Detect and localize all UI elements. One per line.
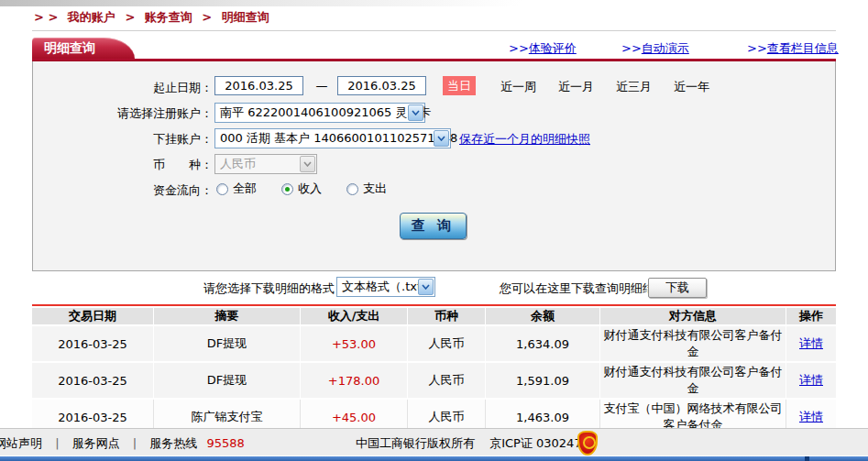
column-header-action: 操作 [786,308,836,326]
fund-flow-options: 全部 收入 支出 [216,181,387,197]
footer-links: 网站声明 | 服务网点 | 服务热线 95588 [0,435,245,452]
cell-balance: 1,591.09 [486,363,600,400]
flow-option-expense[interactable]: 支出 [346,181,387,197]
register-account-label: 请选择注册账户： [33,105,213,122]
table-top-divider [32,304,836,306]
dropdown-arrow-icon[interactable] [434,130,449,147]
sub-account-select[interactable]: 000 活期 基本户 1406600101102571848 [214,128,451,148]
link-prefix: >> [621,41,642,55]
flow-radio[interactable] [346,183,358,195]
query-button[interactable]: 查 询 [400,213,467,239]
cell-counterparty: 财付通支付科技有限公司客户备付金 [600,363,786,400]
hotline-number: 95588 [206,436,244,450]
transactions-table: 交易日期 摘要 收入/支出 币种 余额 对方信息 操作 2016-03-25 D… [32,308,836,444]
date-range-label: 起止日期： [33,80,213,96]
dropdown-arrow-icon[interactable] [418,279,434,295]
breadcrumb-item-my-account[interactable]: 我的账户 [68,10,115,24]
copyright: 中国工商银行版权所有 京ICP证 030247号 [356,435,594,452]
flow-option-all[interactable]: 全部 [216,181,257,197]
flow-option-label: 支出 [363,181,387,197]
breadcrumb-item-account-query[interactable]: 账务查询 [145,10,192,24]
detail-link[interactable]: 详情 [799,373,823,387]
table-row: 2016-03-25 DF提现 +178.00 人民币 1,591.09 财付通… [32,363,836,400]
flow-option-label: 收入 [298,181,322,197]
tab-detail-query[interactable]: 明细查询 [32,38,135,59]
footer-separator: | [133,436,137,450]
top-gradient [0,0,868,6]
hotline-label: 服务热线 [149,436,197,450]
auto-demo-link[interactable]: >>自动演示 [621,40,689,57]
column-header-currency: 币种 [408,308,486,326]
breadcrumb-separator: > [202,10,212,24]
breadcrumb-separator: > [125,10,135,24]
download-format-select[interactable]: 文本格式（.txt） [336,277,435,297]
date-range-dash: — [308,79,335,93]
table-header-row: 交易日期 摘要 收入/支出 币种 余额 对方信息 操作 [32,308,836,326]
cell-amount: +178.00 [301,363,408,400]
sub-account-value: 000 活期 基本户 1406600101102571848 [220,131,457,145]
breadcrumb: > > 我的账户 > 账务查询 > 明细查询 [34,9,275,26]
last-3-months-link[interactable]: 近三月 [616,79,652,95]
register-account-select[interactable]: 南平 6222001406100921065 灵通卡 [214,103,425,123]
dropdown-arrow-icon[interactable] [408,104,423,121]
service-outlets-link[interactable]: 服务网点 [72,436,120,450]
query-form: 起止日期： — 当日 近一周 近一月 近三月 近一年 请选择注册账户： 南平 6… [32,61,836,271]
bank-emblem-icon [577,431,598,456]
end-date-input[interactable] [337,76,426,95]
sub-account-label: 下挂账户： [33,131,213,148]
flow-option-income[interactable]: 收入 [281,181,322,197]
detail-link[interactable]: 详情 [799,410,823,423]
link-prefix: >> [747,41,767,55]
footer: 网站声明 | 服务网点 | 服务热线 95588 中国工商银行版权所有 京ICP… [0,428,868,456]
detail-link[interactable]: 详情 [799,336,823,350]
cell-balance: 1,634.09 [486,326,600,363]
breadcrumb-prefix: > > [34,10,58,24]
flow-radio[interactable] [281,183,293,195]
cell-date: 2016-03-25 [32,326,154,363]
link-label: 查看栏目信息 [767,41,839,55]
cell-counterparty: 财付通支付科技有限公司客户备付金 [600,326,786,363]
column-header-summary: 摘要 [154,308,301,326]
download-format-label: 请您选择下载明细的格式 [32,280,335,297]
register-account-value: 南平 6222001406100921065 灵通卡 [220,105,431,119]
site-statement-link[interactable]: 网站声明 [0,436,42,450]
fund-flow-label: 资金流向： [33,182,213,199]
today-button[interactable]: 当日 [443,76,476,95]
cell-currency: 人民币 [408,326,486,363]
save-snapshot-link[interactable]: 保存近一个月的明细快照 [459,131,590,148]
table-row: 2016-03-25 DF提现 +53.00 人民币 1,634.09 财付通支… [32,326,836,363]
footer-separator: | [55,436,59,450]
currency-label: 币 种： [33,157,213,173]
detail-query-page: > > 我的账户 > 账务查询 > 明细查询 明细查询 >>体验评价 >>自动演… [0,0,868,461]
bottom-bar [0,456,868,461]
link-label: 自动演示 [642,41,689,55]
breadcrumb-divider [32,30,836,31]
flow-option-label: 全部 [233,181,257,197]
cell-summary: DF提现 [154,326,301,363]
breadcrumb-item-detail-query[interactable]: 明细查询 [222,10,269,24]
column-header-date: 交易日期 [32,308,154,326]
cell-summary: DF提现 [154,363,301,400]
bottom-bar-notch [805,456,809,461]
last-month-link[interactable]: 近一月 [558,79,594,95]
link-label: 体验评价 [529,41,577,55]
cell-date: 2016-03-25 [32,363,154,400]
currency-value: 人民币 [220,157,256,170]
flow-radio[interactable] [216,183,228,195]
start-date-input[interactable] [214,76,303,95]
link-prefix: >> [509,41,529,55]
column-info-link[interactable]: >>查看栏目信息 [747,40,839,57]
currency-select-disabled: 人民币 [214,154,317,174]
last-week-link[interactable]: 近一周 [500,79,536,95]
column-header-balance: 余额 [486,308,600,326]
cell-amount: +53.00 [301,326,408,363]
cell-currency: 人民币 [408,363,486,400]
download-button[interactable]: 下载 [648,278,707,298]
dropdown-arrow-icon [300,156,315,172]
last-year-link[interactable]: 近一年 [674,79,709,95]
column-header-amount: 收入/支出 [301,308,408,326]
download-hint: 您可以在这里下载查询明细结果 [500,280,666,297]
experience-rating-link[interactable]: >>体验评价 [509,40,577,57]
copyright-text: 中国工商银行版权所有 [356,436,475,450]
column-header-counterparty: 对方信息 [600,308,786,326]
